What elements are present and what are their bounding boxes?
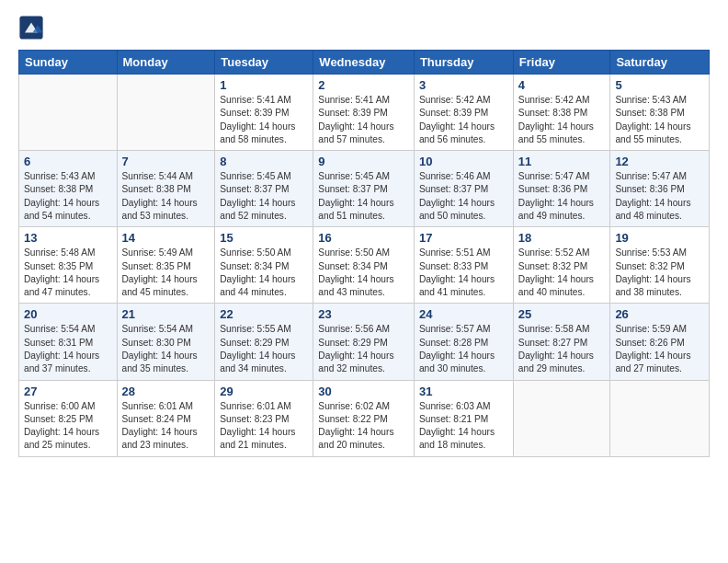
weekday-header: Tuesday xyxy=(215,51,313,75)
cell-content: Sunrise: 5:47 AM Sunset: 8:36 PM Dayligh… xyxy=(518,170,606,223)
calendar-cell: 14Sunrise: 5:49 AM Sunset: 8:35 PM Dayli… xyxy=(117,227,215,304)
cell-content: Sunrise: 5:52 AM Sunset: 8:32 PM Dayligh… xyxy=(518,247,606,299)
calendar-cell: 28Sunrise: 6:01 AM Sunset: 8:24 PM Dayli… xyxy=(117,380,215,456)
header xyxy=(18,15,710,40)
calendar-cell: 4Sunrise: 5:42 AM Sunset: 8:38 PM Daylig… xyxy=(513,75,610,151)
day-number: 11 xyxy=(518,155,606,168)
day-number: 12 xyxy=(615,155,704,168)
cell-content: Sunrise: 5:43 AM Sunset: 8:38 PM Dayligh… xyxy=(615,94,704,146)
cell-content: Sunrise: 5:53 AM Sunset: 8:32 PM Dayligh… xyxy=(615,247,704,299)
weekday-header: Wednesday xyxy=(313,51,415,75)
calendar-cell: 9Sunrise: 5:45 AM Sunset: 8:37 PM Daylig… xyxy=(313,151,415,227)
cell-content: Sunrise: 5:42 AM Sunset: 8:39 PM Dayligh… xyxy=(419,94,508,146)
day-number: 14 xyxy=(122,231,210,245)
day-number: 13 xyxy=(24,231,112,245)
calendar-week-row: 20Sunrise: 5:54 AM Sunset: 8:31 PM Dayli… xyxy=(19,304,710,380)
weekday-header-row: SundayMondayTuesdayWednesdayThursdayFrid… xyxy=(19,51,710,75)
day-number: 10 xyxy=(419,155,508,168)
calendar-cell: 15Sunrise: 5:50 AM Sunset: 8:34 PM Dayli… xyxy=(215,227,313,304)
calendar-cell: 23Sunrise: 5:56 AM Sunset: 8:29 PM Dayli… xyxy=(313,304,415,380)
calendar-cell: 1Sunrise: 5:41 AM Sunset: 8:39 PM Daylig… xyxy=(215,75,313,151)
cell-content: Sunrise: 5:50 AM Sunset: 8:34 PM Dayligh… xyxy=(318,247,409,299)
cell-content: Sunrise: 6:01 AM Sunset: 8:23 PM Dayligh… xyxy=(220,400,308,453)
cell-content: Sunrise: 6:03 AM Sunset: 8:21 PM Dayligh… xyxy=(419,400,508,453)
day-number: 4 xyxy=(518,78,606,92)
calendar-cell: 25Sunrise: 5:58 AM Sunset: 8:27 PM Dayli… xyxy=(513,304,610,380)
logo xyxy=(18,15,48,40)
calendar-cell: 2Sunrise: 5:41 AM Sunset: 8:39 PM Daylig… xyxy=(313,75,415,151)
cell-content: Sunrise: 6:02 AM Sunset: 8:22 PM Dayligh… xyxy=(318,400,409,453)
calendar-cell: 20Sunrise: 5:54 AM Sunset: 8:31 PM Dayli… xyxy=(19,304,118,380)
calendar-cell: 22Sunrise: 5:55 AM Sunset: 8:29 PM Dayli… xyxy=(215,304,313,380)
day-number: 21 xyxy=(122,307,210,321)
day-number: 5 xyxy=(615,78,704,92)
calendar-cell: 24Sunrise: 5:57 AM Sunset: 8:28 PM Dayli… xyxy=(414,304,513,380)
calendar-cell: 21Sunrise: 5:54 AM Sunset: 8:30 PM Dayli… xyxy=(117,304,215,380)
cell-content: Sunrise: 5:56 AM Sunset: 8:29 PM Dayligh… xyxy=(318,323,409,375)
day-number: 8 xyxy=(220,155,308,168)
calendar-cell xyxy=(513,380,610,456)
weekday-header: Saturday xyxy=(610,51,710,75)
day-number: 17 xyxy=(419,231,508,245)
calendar-cell: 11Sunrise: 5:47 AM Sunset: 8:36 PM Dayli… xyxy=(513,151,610,227)
calendar-week-row: 6Sunrise: 5:43 AM Sunset: 8:38 PM Daylig… xyxy=(19,151,710,227)
weekday-header: Thursday xyxy=(414,51,513,75)
calendar-cell: 30Sunrise: 6:02 AM Sunset: 8:22 PM Dayli… xyxy=(313,380,415,456)
calendar-table: SundayMondayTuesdayWednesdayThursdayFrid… xyxy=(18,50,710,457)
day-number: 27 xyxy=(24,385,112,398)
cell-content: Sunrise: 6:01 AM Sunset: 8:24 PM Dayligh… xyxy=(122,400,210,453)
cell-content: Sunrise: 5:54 AM Sunset: 8:31 PM Dayligh… xyxy=(24,323,112,375)
day-number: 19 xyxy=(615,231,704,245)
calendar-cell: 19Sunrise: 5:53 AM Sunset: 8:32 PM Dayli… xyxy=(610,227,710,304)
day-number: 28 xyxy=(122,385,210,398)
day-number: 23 xyxy=(318,307,409,321)
cell-content: Sunrise: 5:45 AM Sunset: 8:37 PM Dayligh… xyxy=(318,170,409,223)
cell-content: Sunrise: 5:44 AM Sunset: 8:38 PM Dayligh… xyxy=(122,170,210,223)
day-number: 16 xyxy=(318,231,409,245)
day-number: 25 xyxy=(518,307,606,321)
cell-content: Sunrise: 5:43 AM Sunset: 8:38 PM Dayligh… xyxy=(24,170,112,223)
cell-content: Sunrise: 5:48 AM Sunset: 8:35 PM Dayligh… xyxy=(24,247,112,299)
cell-content: Sunrise: 5:57 AM Sunset: 8:28 PM Dayligh… xyxy=(419,323,508,375)
day-number: 18 xyxy=(518,231,606,245)
cell-content: Sunrise: 5:54 AM Sunset: 8:30 PM Dayligh… xyxy=(122,323,210,375)
day-number: 2 xyxy=(318,78,409,92)
calendar-cell: 7Sunrise: 5:44 AM Sunset: 8:38 PM Daylig… xyxy=(117,151,215,227)
page: SundayMondayTuesdayWednesdayThursdayFrid… xyxy=(0,0,728,563)
calendar-cell: 29Sunrise: 6:01 AM Sunset: 8:23 PM Dayli… xyxy=(215,380,313,456)
logo-icon xyxy=(18,15,44,40)
cell-content: Sunrise: 5:46 AM Sunset: 8:37 PM Dayligh… xyxy=(419,170,508,223)
calendar-cell: 10Sunrise: 5:46 AM Sunset: 8:37 PM Dayli… xyxy=(414,151,513,227)
calendar-cell: 13Sunrise: 5:48 AM Sunset: 8:35 PM Dayli… xyxy=(19,227,118,304)
calendar-cell: 31Sunrise: 6:03 AM Sunset: 8:21 PM Dayli… xyxy=(414,380,513,456)
calendar-cell xyxy=(19,75,118,151)
cell-content: Sunrise: 5:45 AM Sunset: 8:37 PM Dayligh… xyxy=(220,170,308,223)
weekday-header: Monday xyxy=(117,51,215,75)
cell-content: Sunrise: 5:47 AM Sunset: 8:36 PM Dayligh… xyxy=(615,170,704,223)
cell-content: Sunrise: 5:58 AM Sunset: 8:27 PM Dayligh… xyxy=(518,323,606,375)
calendar-cell xyxy=(117,75,215,151)
cell-content: Sunrise: 5:41 AM Sunset: 8:39 PM Dayligh… xyxy=(220,94,308,146)
day-number: 20 xyxy=(24,307,112,321)
day-number: 15 xyxy=(220,231,308,245)
day-number: 7 xyxy=(122,155,210,168)
cell-content: Sunrise: 5:59 AM Sunset: 8:26 PM Dayligh… xyxy=(615,323,704,375)
cell-content: Sunrise: 5:41 AM Sunset: 8:39 PM Dayligh… xyxy=(318,94,409,146)
day-number: 22 xyxy=(220,307,308,321)
day-number: 30 xyxy=(318,385,409,398)
calendar-cell: 18Sunrise: 5:52 AM Sunset: 8:32 PM Dayli… xyxy=(513,227,610,304)
calendar-week-row: 13Sunrise: 5:48 AM Sunset: 8:35 PM Dayli… xyxy=(19,227,710,304)
calendar-cell: 12Sunrise: 5:47 AM Sunset: 8:36 PM Dayli… xyxy=(610,151,710,227)
weekday-header: Friday xyxy=(513,51,610,75)
calendar-cell: 6Sunrise: 5:43 AM Sunset: 8:38 PM Daylig… xyxy=(19,151,118,227)
cell-content: Sunrise: 5:42 AM Sunset: 8:38 PM Dayligh… xyxy=(518,94,606,146)
day-number: 26 xyxy=(615,307,704,321)
calendar-cell: 26Sunrise: 5:59 AM Sunset: 8:26 PM Dayli… xyxy=(610,304,710,380)
day-number: 6 xyxy=(24,155,112,168)
weekday-header: Sunday xyxy=(19,51,118,75)
cell-content: Sunrise: 6:00 AM Sunset: 8:25 PM Dayligh… xyxy=(24,400,112,453)
calendar-cell: 3Sunrise: 5:42 AM Sunset: 8:39 PM Daylig… xyxy=(414,75,513,151)
calendar-cell: 27Sunrise: 6:00 AM Sunset: 8:25 PM Dayli… xyxy=(19,380,118,456)
cell-content: Sunrise: 5:50 AM Sunset: 8:34 PM Dayligh… xyxy=(220,247,308,299)
calendar-cell: 16Sunrise: 5:50 AM Sunset: 8:34 PM Dayli… xyxy=(313,227,415,304)
